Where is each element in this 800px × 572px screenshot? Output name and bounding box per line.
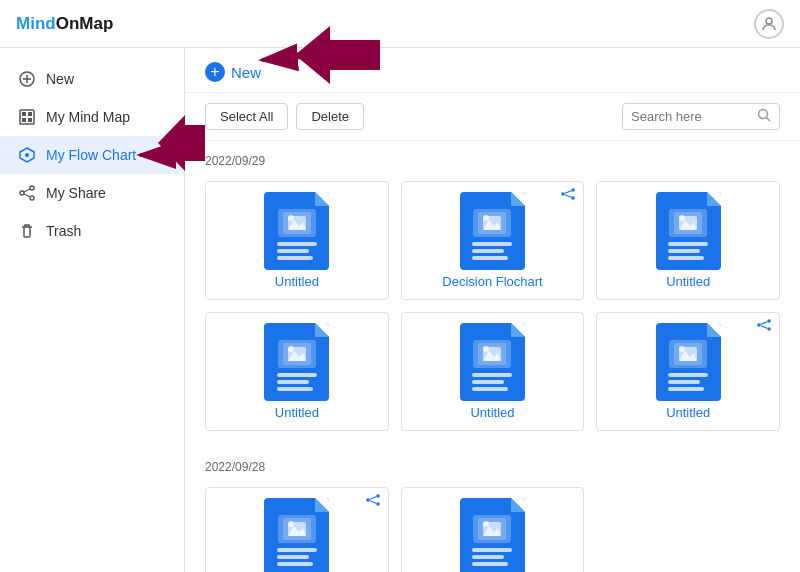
svg-point-39 xyxy=(767,327,771,331)
svg-rect-25 xyxy=(478,212,506,234)
card-7[interactable]: DRD xyxy=(205,487,389,572)
svg-point-20 xyxy=(572,188,576,192)
card-2-title: Decision Flochart xyxy=(442,274,542,289)
card-3-thumbnail xyxy=(656,192,721,270)
svg-point-21 xyxy=(562,192,566,196)
card-5[interactable]: Untitled xyxy=(401,312,585,431)
main-content: + New Select All Delete 2022 xyxy=(185,48,800,572)
svg-point-52 xyxy=(288,521,294,527)
date-section-1: 2022/09/29 xyxy=(185,141,800,173)
user-avatar[interactable] xyxy=(754,9,784,39)
svg-rect-50 xyxy=(283,518,311,540)
svg-marker-54 xyxy=(483,526,501,536)
svg-point-55 xyxy=(483,521,489,527)
svg-point-10 xyxy=(30,186,34,190)
card-2-share-icon xyxy=(561,188,575,203)
svg-point-45 xyxy=(376,494,380,498)
svg-point-19 xyxy=(288,215,294,221)
svg-line-48 xyxy=(369,497,375,499)
sidebar: New My Mind Map My Flow C xyxy=(0,48,185,572)
sidebar-new-label: New xyxy=(46,71,74,87)
card-1-title: Untitled xyxy=(275,274,319,289)
card-4-thumbnail xyxy=(264,323,329,401)
main-top-bar: + New xyxy=(185,48,800,93)
svg-line-14 xyxy=(24,194,30,197)
card-6-share-icon xyxy=(757,319,771,334)
sidebar-my-mind-map-label: My Mind Map xyxy=(46,109,130,125)
card-2[interactable]: Decision Flochart xyxy=(401,181,585,300)
svg-rect-17 xyxy=(283,212,311,234)
svg-marker-18 xyxy=(288,220,306,230)
logo-on: On xyxy=(56,14,80,34)
svg-rect-42 xyxy=(674,343,702,365)
select-all-button[interactable]: Select All xyxy=(205,103,288,130)
svg-marker-29 xyxy=(679,220,697,230)
svg-rect-34 xyxy=(478,343,506,365)
new-icon xyxy=(18,70,36,88)
svg-rect-31 xyxy=(283,343,311,365)
card-4-title: Untitled xyxy=(275,405,319,420)
search-icon xyxy=(757,108,771,125)
svg-point-11 xyxy=(20,191,24,195)
sidebar-item-my-flow-chart[interactable]: My Flow Chart xyxy=(0,136,184,174)
card-7-thumbnail xyxy=(264,498,329,572)
toolbar-left: Select All Delete xyxy=(205,103,364,130)
app-header: MindOnMap xyxy=(0,0,800,48)
new-plus-icon: + xyxy=(205,62,225,82)
svg-point-22 xyxy=(572,196,576,200)
svg-point-30 xyxy=(679,215,685,221)
svg-rect-6 xyxy=(28,112,32,116)
svg-line-49 xyxy=(369,501,375,503)
card-8-thumbnail xyxy=(460,498,525,572)
svg-point-37 xyxy=(767,319,771,323)
mind-map-icon xyxy=(18,108,36,126)
sidebar-my-flow-chart-label: My Flow Chart xyxy=(46,147,136,163)
svg-marker-51 xyxy=(288,526,306,536)
svg-rect-8 xyxy=(28,118,32,122)
sidebar-item-trash[interactable]: Trash xyxy=(0,212,184,250)
svg-point-36 xyxy=(483,346,489,352)
svg-rect-7 xyxy=(22,118,26,122)
card-6-title: Untitled xyxy=(666,405,710,420)
search-input[interactable] xyxy=(631,109,751,124)
new-button[interactable]: + New xyxy=(205,62,261,82)
svg-point-15 xyxy=(759,110,768,119)
svg-point-0 xyxy=(766,18,772,24)
svg-line-16 xyxy=(767,118,771,122)
svg-marker-26 xyxy=(483,220,501,230)
sidebar-trash-label: Trash xyxy=(46,223,81,239)
svg-line-13 xyxy=(24,189,30,192)
new-button-label: New xyxy=(231,64,261,81)
card-5-thumbnail xyxy=(460,323,525,401)
card-grid-1: Untitled xyxy=(185,173,800,447)
card-6[interactable]: Untitled xyxy=(596,312,780,431)
svg-marker-35 xyxy=(483,351,501,361)
svg-point-33 xyxy=(288,346,294,352)
delete-button[interactable]: Delete xyxy=(296,103,364,130)
svg-line-41 xyxy=(761,326,767,328)
card-3-title: Untitled xyxy=(666,274,710,289)
svg-rect-5 xyxy=(22,112,26,116)
card-5-title: Untitled xyxy=(470,405,514,420)
sidebar-item-new[interactable]: New xyxy=(0,60,184,98)
svg-rect-53 xyxy=(478,518,506,540)
sidebar-item-my-share[interactable]: My Share xyxy=(0,174,184,212)
logo-map: Map xyxy=(79,14,113,34)
svg-point-9 xyxy=(25,153,29,157)
date-section-2: 2022/09/28 xyxy=(185,447,800,479)
svg-line-24 xyxy=(565,195,571,197)
trash-icon xyxy=(18,222,36,240)
card-1[interactable]: Untitled xyxy=(205,181,389,300)
flow-chart-icon xyxy=(18,146,36,164)
card-grid-2: DRD xyxy=(185,479,800,572)
card-8[interactable]: Untitled xyxy=(401,487,585,572)
svg-line-40 xyxy=(761,322,767,324)
card-4[interactable]: Untitled xyxy=(205,312,389,431)
share-icon xyxy=(18,184,36,202)
sidebar-item-my-mind-map[interactable]: My Mind Map xyxy=(0,98,184,136)
app-layout: New My Mind Map My Flow C xyxy=(0,48,800,572)
svg-marker-32 xyxy=(288,351,306,361)
card-3[interactable]: Untitled xyxy=(596,181,780,300)
svg-point-47 xyxy=(376,502,380,506)
sidebar-my-share-label: My Share xyxy=(46,185,106,201)
